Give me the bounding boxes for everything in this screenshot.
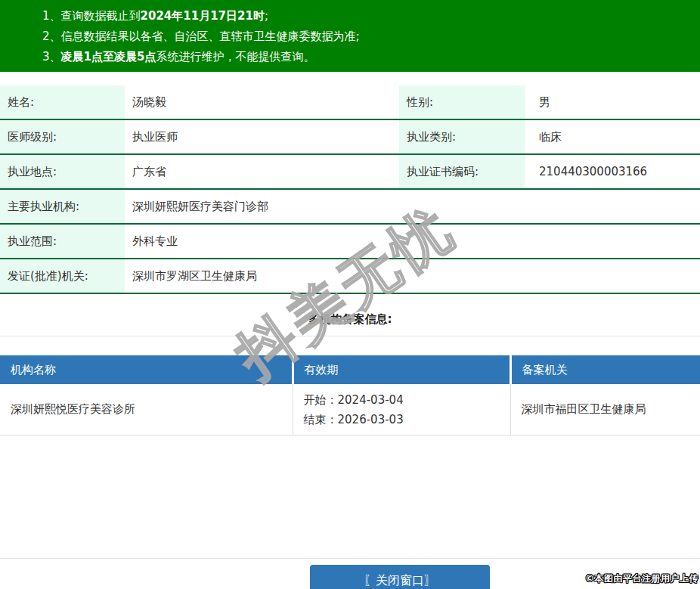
notice-text: 查询数据截止到 (61, 9, 141, 23)
validity-end: 结束：2026-03-03 (304, 410, 510, 429)
field-label-issuing-authority: 发证(批准)机关: (0, 259, 125, 293)
practitioner-info-table: 姓名: 汤晓毅 性别: 男 医师级别: 执业医师 执业类别: 临床 执业地点: … (0, 85, 700, 294)
column-header-institution: 机构名称 (0, 355, 293, 384)
column-header-validity: 有效期 (293, 355, 510, 384)
table-row: 执业范围: 外科专业 (0, 224, 700, 259)
close-window-button[interactable]: 〖关闭窗口〗 (310, 565, 490, 589)
field-label-doctor-level: 医师级别: (0, 119, 125, 154)
notice-line: 2、信息数据结果以各省、自治区、直辖市卫生健康委数据为准; (42, 26, 692, 47)
notice-line: 3、凌晨1点至凌晨5点系统进行维护，不能提供查询。 (42, 47, 692, 67)
table-row: 深圳妍熙悦医疗美容诊所 开始：2024-03-04 结束：2026-03-03 … (0, 384, 700, 436)
notice-bold-text: 凌晨1点至凌晨5点 (61, 50, 156, 64)
field-label-main-institution: 主要执业机构: (0, 189, 125, 224)
field-label-practice-category: 执业类别: (399, 119, 525, 154)
field-label-gender: 性别: (399, 85, 525, 119)
field-label-practice-scope: 执业范围: (0, 224, 125, 259)
field-value-doctor-level: 执业医师 (125, 119, 399, 154)
notice-marker: 2、 (42, 29, 61, 43)
notice-line: 1、查询数据截止到2024年11月17日21时; (42, 6, 692, 26)
field-value-gender: 男 (525, 85, 700, 119)
credit-watermark: ©本图由平台注册用户上传 (585, 572, 698, 585)
table-row: 执业地点: 广东省 执业证书编码: 210440300003166 (0, 154, 700, 189)
validity-start: 开始：2024-03-04 (304, 390, 510, 410)
cell-validity-period: 开始：2024-03-04 结束：2026-03-03 (293, 384, 510, 436)
field-value-practice-scope: 外科专业 (125, 224, 700, 259)
table-row: 姓名: 汤晓毅 性别: 男 (0, 85, 700, 119)
field-value-practice-category: 临床 (525, 119, 700, 154)
table-row: 医师级别: 执业医师 执业类别: 临床 (0, 119, 700, 154)
field-value-certificate-no: 210440300003166 (525, 154, 700, 189)
divider (0, 558, 700, 559)
column-header-record-authority: 备案机关 (510, 355, 700, 384)
field-value-practice-location: 广东省 (125, 154, 399, 189)
field-value-issuing-authority: 深圳市罗湖区卫生健康局 (125, 259, 700, 293)
field-value-main-institution: 深圳妍熙妍医疗美容门诊部 (125, 189, 700, 224)
field-label-name: 姓名: (0, 85, 125, 119)
multi-org-title: 多机构备案信息: (0, 309, 700, 330)
cell-institution-name: 深圳妍熙悦医疗美容诊所 (0, 384, 293, 436)
notice-text: 信息数据结果以各省、自治区、直辖市卫生健康委数据为准; (61, 29, 360, 43)
table-row: 发证(批准)机关: 深圳市罗湖区卫生健康局 (0, 259, 700, 293)
cell-record-authority: 深圳市福田区卫生健康局 (510, 384, 700, 436)
notice-text: ; (265, 9, 268, 23)
notice-text: 系统进行维护，不能提供查询。 (156, 50, 314, 64)
multi-org-table: 机构名称 有效期 备案机关 深圳妍熙悦医疗美容诊所 开始：2024-03-04 … (0, 355, 700, 436)
field-label-certificate-no: 执业证书编码: (399, 154, 525, 189)
table-header-row: 机构名称 有效期 备案机关 (0, 355, 700, 384)
query-result-page: { "notice": { "lines": [ {"marker": "1、"… (0, 0, 700, 589)
field-label-practice-location: 执业地点: (0, 154, 125, 189)
notice-bold-text: 2024年11月17日21时 (141, 9, 265, 23)
field-value-name: 汤晓毅 (125, 85, 399, 119)
notice-marker: 3、 (42, 50, 61, 64)
notice-banner: 1、查询数据截止到2024年11月17日21时; 2、信息数据结果以各省、自治区… (0, 0, 700, 72)
table-row: 主要执业机构: 深圳妍熙妍医疗美容门诊部 (0, 189, 700, 224)
notice-marker: 1、 (42, 9, 61, 23)
divider (0, 336, 700, 336)
